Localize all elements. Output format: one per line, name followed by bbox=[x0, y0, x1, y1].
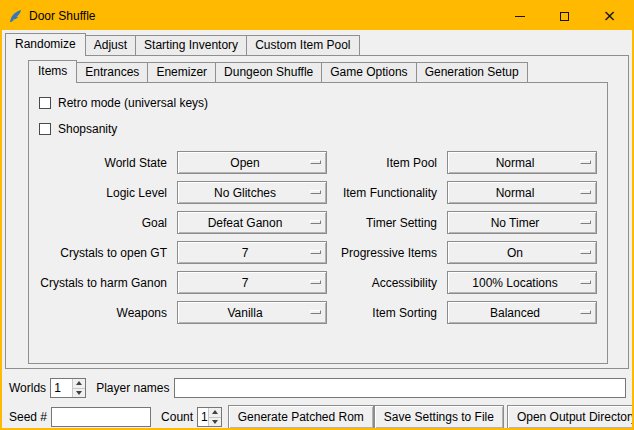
dropdown-indicator-icon bbox=[580, 250, 591, 254]
goal-value: Defeat Ganon bbox=[208, 216, 297, 230]
dropdown-indicator-icon bbox=[310, 250, 321, 254]
maximize-icon bbox=[560, 12, 569, 21]
world-state-value: Open bbox=[230, 156, 273, 170]
world-state-dropdown[interactable]: Open bbox=[177, 151, 327, 174]
randomize-tab-panel: Items Entrances Enemizer Dungeon Shuffle… bbox=[5, 55, 629, 369]
count-spinbox[interactable]: 1 bbox=[197, 407, 222, 427]
crystals-open-gt-value: 7 bbox=[242, 246, 263, 260]
bottom-bar: Worlds 1 Player names Seed # Count 1 bbox=[9, 377, 626, 429]
window-title: Door Shuffle bbox=[29, 9, 96, 23]
weapons-dropdown[interactable]: Vanilla bbox=[177, 301, 327, 324]
tab-adjust[interactable]: Adjust bbox=[85, 35, 136, 55]
weapons-value: Vanilla bbox=[227, 306, 276, 320]
spin-up-button[interactable] bbox=[73, 379, 85, 388]
player-names-label: Player names bbox=[96, 381, 169, 395]
arrow-down-icon bbox=[76, 391, 82, 395]
item-sorting-dropdown[interactable]: Balanced bbox=[447, 301, 597, 324]
minimize-button[interactable] bbox=[497, 2, 542, 30]
tab-starting-inventory[interactable]: Starting Inventory bbox=[135, 35, 247, 55]
crystals-harm-ganon-dropdown[interactable]: 7 bbox=[177, 271, 327, 294]
goal-dropdown[interactable]: Defeat Ganon bbox=[177, 211, 327, 234]
spin-down-button[interactable] bbox=[73, 388, 85, 398]
accessibility-value: 100% Locations bbox=[472, 276, 571, 290]
spinner-arrows bbox=[72, 379, 85, 397]
player-names-input[interactable] bbox=[174, 378, 627, 398]
maximize-button[interactable] bbox=[542, 2, 587, 30]
seed-input[interactable] bbox=[51, 407, 151, 427]
tab-entrances[interactable]: Entrances bbox=[76, 62, 148, 82]
progressive-items-value: On bbox=[507, 246, 537, 260]
item-sorting-value: Balanced bbox=[490, 306, 554, 320]
logic-level-dropdown[interactable]: No Glitches bbox=[177, 181, 327, 204]
item-functionality-label: Item Functionality bbox=[333, 186, 441, 200]
dropdown-indicator-icon bbox=[580, 310, 591, 314]
seed-label: Seed # bbox=[9, 410, 47, 424]
crystals-harm-ganon-value: 7 bbox=[242, 276, 263, 290]
tab-dungeon-shuffle[interactable]: Dungeon Shuffle bbox=[215, 62, 322, 82]
timer-setting-label: Timer Setting bbox=[333, 216, 441, 230]
worlds-value: 1 bbox=[51, 379, 72, 397]
progressive-items-label: Progressive Items bbox=[333, 246, 441, 260]
crystals-open-gt-label: Crystals to open GT bbox=[35, 246, 171, 260]
dropdown-indicator-icon bbox=[580, 280, 591, 284]
item-pool-value: Normal bbox=[496, 156, 549, 170]
spin-down-button[interactable] bbox=[209, 417, 221, 427]
close-icon: × bbox=[603, 8, 616, 24]
generate-rom-button[interactable]: Generate Patched Rom bbox=[228, 405, 374, 429]
weapons-label: Weapons bbox=[35, 306, 171, 320]
dropdown-indicator-icon bbox=[580, 160, 591, 164]
spin-up-button[interactable] bbox=[209, 408, 221, 417]
goal-label: Goal bbox=[35, 216, 171, 230]
arrow-up-icon bbox=[212, 410, 218, 414]
options-grid: World State Open Item Pool Normal Logic … bbox=[35, 151, 601, 324]
dropdown-indicator-icon bbox=[310, 220, 321, 224]
crystals-harm-ganon-label: Crystals to harm Ganon bbox=[35, 276, 171, 290]
titlebar[interactable]: Door Shuffle × bbox=[2, 2, 632, 30]
item-functionality-dropdown[interactable]: Normal bbox=[447, 181, 597, 204]
dropdown-indicator-icon bbox=[580, 190, 591, 194]
dropdown-indicator-icon bbox=[310, 160, 321, 164]
retro-mode-label: Retro mode (universal keys) bbox=[58, 96, 208, 110]
arrow-down-icon bbox=[212, 420, 218, 424]
spinner-arrows bbox=[208, 408, 221, 426]
open-output-button[interactable]: Open Output Directory bbox=[507, 405, 634, 429]
timer-setting-dropdown[interactable]: No Timer bbox=[447, 211, 597, 234]
item-pool-label: Item Pool bbox=[333, 156, 441, 170]
inner-tab-bar: Items Entrances Enemizer Dungeon Shuffle… bbox=[6, 56, 628, 82]
progressive-items-dropdown[interactable]: On bbox=[447, 241, 597, 264]
shopsanity-label: Shopsanity bbox=[58, 122, 117, 136]
tab-custom-item-pool[interactable]: Custom Item Pool bbox=[246, 35, 359, 55]
app-icon bbox=[8, 9, 23, 24]
worlds-label: Worlds bbox=[9, 381, 46, 395]
worlds-spinbox[interactable]: 1 bbox=[50, 378, 86, 398]
retro-mode-checkbox[interactable] bbox=[39, 97, 51, 109]
crystals-open-gt-dropdown[interactable]: 7 bbox=[177, 241, 327, 264]
close-button[interactable]: × bbox=[587, 2, 632, 30]
seed-row: Seed # Count 1 Generate Patched Rom Save… bbox=[9, 405, 626, 429]
timer-setting-value: No Timer bbox=[491, 216, 554, 230]
item-functionality-value: Normal bbox=[496, 186, 549, 200]
dropdown-indicator-icon bbox=[580, 220, 591, 224]
dropdown-indicator-icon bbox=[310, 190, 321, 194]
shopsanity-checkbox-row[interactable]: Shopsanity bbox=[39, 119, 601, 139]
tab-randomize[interactable]: Randomize bbox=[5, 33, 86, 56]
minimize-icon bbox=[515, 16, 525, 17]
dropdown-indicator-icon bbox=[310, 280, 321, 284]
save-settings-button[interactable]: Save Settings to File bbox=[374, 405, 504, 429]
items-tab-panel: Retro mode (universal keys) Shopsanity W… bbox=[28, 82, 608, 364]
app-window: Door Shuffle × Randomize Adjust Starting… bbox=[0, 0, 634, 430]
dropdown-indicator-icon bbox=[310, 310, 321, 314]
window-controls: × bbox=[497, 2, 632, 30]
tab-items[interactable]: Items bbox=[28, 60, 77, 83]
accessibility-dropdown[interactable]: 100% Locations bbox=[447, 271, 597, 294]
worlds-row: Worlds 1 Player names bbox=[9, 377, 626, 399]
tab-enemizer[interactable]: Enemizer bbox=[147, 62, 216, 82]
item-pool-dropdown[interactable]: Normal bbox=[447, 151, 597, 174]
world-state-label: World State bbox=[35, 156, 171, 170]
retro-mode-checkbox-row[interactable]: Retro mode (universal keys) bbox=[39, 93, 601, 113]
shopsanity-checkbox[interactable] bbox=[39, 123, 51, 135]
tab-generation-setup[interactable]: Generation Setup bbox=[416, 62, 528, 82]
count-value: 1 bbox=[198, 408, 208, 426]
tab-game-options[interactable]: Game Options bbox=[321, 62, 416, 82]
item-sorting-label: Item Sorting bbox=[333, 306, 441, 320]
